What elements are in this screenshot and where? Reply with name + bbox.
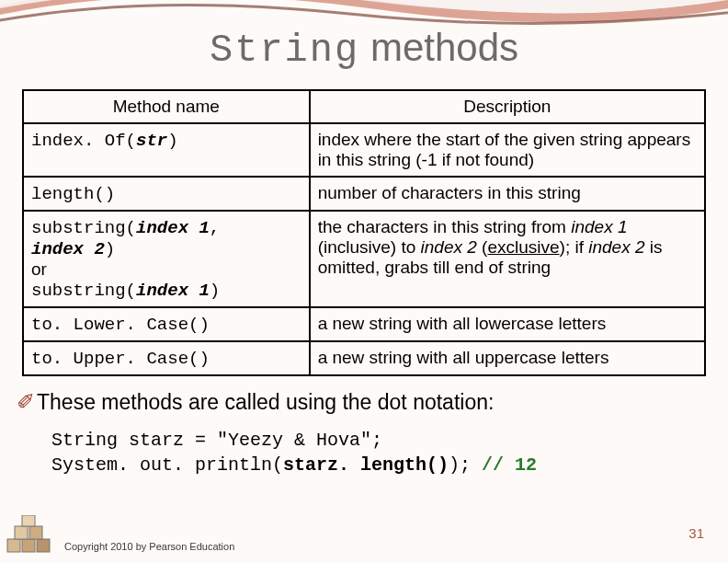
method-cell: substring(index 1, index 2) or substring… <box>23 211 310 307</box>
slide-title: String methods <box>0 26 728 73</box>
bullet-line: ✐These methods are called using the dot … <box>17 389 728 415</box>
desc-cell: index where the start of the given strin… <box>310 123 705 177</box>
method-cell: to. Upper. Case() <box>23 341 310 375</box>
table-row: length() number of characters in this st… <box>23 177 705 211</box>
svg-rect-2 <box>37 539 50 552</box>
title-rest: methods <box>359 26 518 69</box>
desc-cell: a new string with all lowercase letters <box>310 307 705 341</box>
methods-table: Method name Description index. Of(str) i… <box>22 89 706 376</box>
table-header-row: Method name Description <box>23 90 705 123</box>
desc-cell: a new string with all uppercase letters <box>310 341 705 375</box>
methods-table-wrap: Method name Description index. Of(str) i… <box>22 89 706 376</box>
code-line-1: String starz = "Yeezy & Hova"; <box>51 428 728 453</box>
method-cell: length() <box>23 177 310 211</box>
code-example: String starz = "Yeezy & Hova"; System. o… <box>51 428 728 477</box>
method-cell: to. Lower. Case() <box>23 307 310 341</box>
header-method: Method name <box>23 90 310 123</box>
bullet-icon: ✐ <box>17 390 35 414</box>
table-row: index. Of(str) index where the start of … <box>23 123 705 177</box>
method-cell: index. Of(str) <box>23 123 310 177</box>
desc-cell: number of characters in this string <box>310 177 705 211</box>
svg-rect-3 <box>15 526 28 539</box>
table-row: to. Upper. Case() a new string with all … <box>23 341 705 375</box>
desc-cell: the characters in this string from index… <box>310 211 705 307</box>
header-description: Description <box>310 90 705 123</box>
table-row: to. Lower. Case() a new string with all … <box>23 307 705 341</box>
code-line-2: System. out. println(starz. length()); /… <box>51 453 728 477</box>
title-mono: String <box>210 29 359 73</box>
table-row: substring(index 1, index 2) or substring… <box>23 211 705 307</box>
svg-rect-1 <box>22 539 35 552</box>
svg-rect-5 <box>22 515 35 526</box>
bullet-text: These methods are called using the dot n… <box>37 390 494 414</box>
copyright-text: Copyright 2010 by Pearson Education <box>64 541 234 552</box>
corner-blocks-icon <box>6 515 57 557</box>
svg-rect-0 <box>7 539 20 552</box>
svg-rect-4 <box>29 526 42 539</box>
page-number: 31 <box>688 525 704 541</box>
